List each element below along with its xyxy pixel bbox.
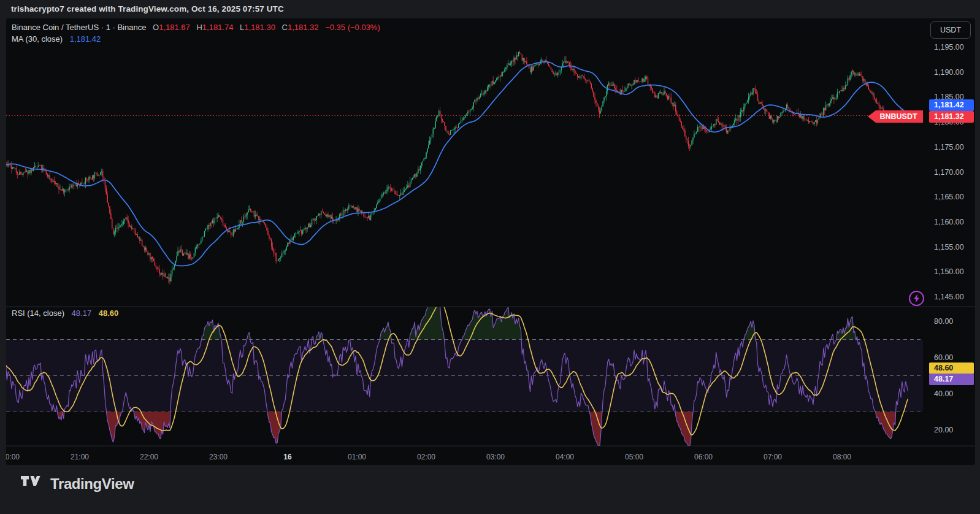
- rsi-axis-label: 80.00: [934, 316, 975, 326]
- price-axis-label: 1,150.00: [934, 267, 975, 277]
- time-axis-label: 07:00: [756, 452, 790, 462]
- tradingview-logo[interactable]: TradingView: [21, 475, 134, 493]
- chart-panel[interactable]: Binance Coin / TetherUS · 1 · Binance O1…: [6, 18, 975, 465]
- close-key: C: [282, 23, 288, 32]
- price-axis-label: 1,195.00: [934, 42, 975, 52]
- ma-label[interactable]: MA (30, close): [12, 34, 63, 44]
- rsi-value-badge: 48.17: [929, 374, 974, 385]
- open-key: O: [153, 23, 159, 32]
- rsi-ma-badge: 48.60: [929, 362, 974, 374]
- tradingview-snapshot: trishacrypto7 created with TradingView.c…: [0, 0, 980, 514]
- time-axis-label: 04:00: [548, 452, 582, 462]
- rsi-legend[interactable]: RSI (14, close) 48.17 48.60: [12, 309, 118, 318]
- instant-trading-icon[interactable]: [908, 290, 925, 307]
- time-axis-label: 05:00: [617, 452, 651, 462]
- time-axis-label: 21:00: [63, 452, 97, 462]
- price-axis-label: 1,165.00: [934, 192, 975, 202]
- time-axis-label: 23:00: [201, 452, 235, 462]
- currency-unit-button[interactable]: USDT: [930, 21, 971, 39]
- time-axis-label: 06:00: [686, 452, 721, 462]
- tradingview-wordmark: TradingView: [50, 475, 134, 493]
- attribution-text: trishacrypto7 created with TradingView.c…: [11, 4, 284, 13]
- time-axis-label: 20:00: [6, 452, 28, 462]
- rsi-axis-label: 40.00: [934, 389, 975, 399]
- high-key: H: [196, 23, 202, 32]
- rsi-axis-label: 20.00: [934, 425, 975, 435]
- open-value: 1,181.67: [159, 23, 190, 32]
- ma-price-badge: 1,181.42: [929, 99, 974, 111]
- time-axis-label: 03:00: [478, 452, 513, 462]
- ma-value: 1,181.42: [70, 34, 101, 44]
- time-axis-label: 16: [270, 452, 305, 462]
- last-price-badge: 1,181.32: [929, 111, 974, 123]
- time-axis-label: 01:00: [340, 452, 374, 462]
- rsi-value: 48.17: [72, 309, 92, 318]
- symbol-legend[interactable]: Binance Coin / TetherUS · 1 · Binance O1…: [12, 23, 380, 32]
- footer-bar: TradingView: [0, 465, 980, 514]
- time-axis-label: 22:00: [132, 452, 166, 462]
- price-chart-svg[interactable]: [6, 18, 975, 465]
- time-axis-label: 02:00: [409, 452, 443, 462]
- symbol-title[interactable]: Binance Coin / TetherUS · 1 · Binance: [12, 23, 146, 32]
- tradingview-logo-icon: [21, 476, 44, 492]
- rsi-ma-value: 48.60: [99, 309, 119, 318]
- change-value: −0.35 (−0.03%): [325, 23, 380, 32]
- time-axis-label: 08:00: [825, 452, 859, 462]
- rsi-label[interactable]: RSI (14, close): [12, 309, 64, 318]
- price-axis-label: 1,175.00: [934, 142, 975, 152]
- price-axis-label: 1,160.00: [934, 217, 975, 227]
- close-value: 1,181.32: [288, 23, 319, 32]
- attribution-bar: trishacrypto7 created with TradingView.c…: [0, 0, 980, 18]
- price-axis-label: 1,155.00: [934, 242, 975, 252]
- price-axis-label: 1,170.00: [934, 167, 975, 177]
- low-value: 1,181.30: [244, 23, 275, 32]
- symbol-price-tag: BNBUSDT: [868, 110, 923, 123]
- price-axis-label: 1,145.00: [934, 292, 975, 302]
- ma-legend[interactable]: MA (30, close) 1,181.42: [12, 34, 101, 44]
- price-axis-label: 1,190.00: [934, 67, 975, 77]
- high-value: 1,181.74: [202, 23, 234, 32]
- rsi-axis-label: 60.00: [934, 353, 975, 362]
